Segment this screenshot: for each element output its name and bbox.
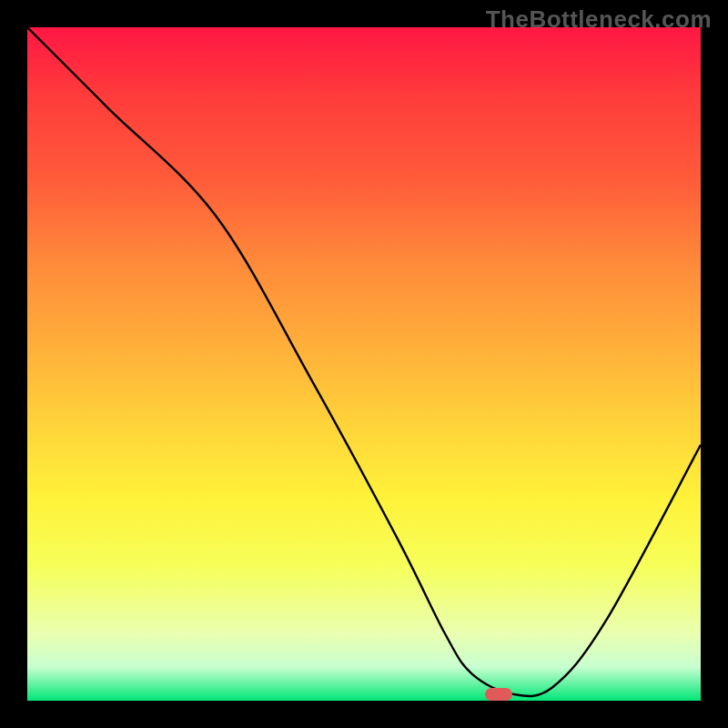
watermark-text: TheBottleneck.com bbox=[486, 5, 712, 34]
chart-container: TheBottleneck.com bbox=[0, 0, 728, 728]
curve-path bbox=[27, 27, 701, 696]
plot-area bbox=[27, 27, 701, 701]
bottleneck-curve bbox=[27, 27, 701, 701]
optimal-point-marker bbox=[485, 688, 512, 701]
